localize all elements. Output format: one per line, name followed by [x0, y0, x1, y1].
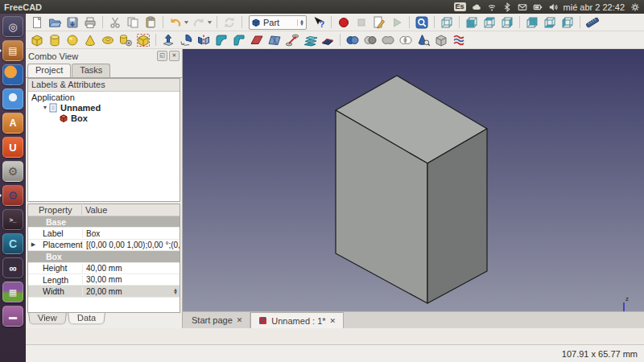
copy-button[interactable] [125, 14, 141, 31]
view-bottom-button[interactable] [542, 14, 558, 31]
view-left-button[interactable] [559, 14, 576, 31]
new-document-button[interactable] [29, 14, 45, 31]
launcher-item-system-settings[interactable]: ⚙ [2, 161, 23, 182]
tab-tasks[interactable]: Tasks [72, 64, 110, 77]
whats-this-button[interactable]: ? [311, 14, 327, 31]
part-shapebuilder-button[interactable] [135, 32, 151, 48]
tree-item-application[interactable]: Application [28, 92, 180, 102]
launcher-item-ubuntu-one[interactable]: U [2, 137, 23, 158]
tab-view[interactable]: View [28, 313, 66, 324]
macro-edit-button[interactable] [371, 14, 387, 31]
part-section-button[interactable] [320, 32, 336, 48]
dropdown-caret-icon[interactable] [184, 19, 189, 25]
launcher-item-freecad[interactable]: ⚙ [2, 185, 23, 206]
measure-distance-button[interactable] [584, 14, 601, 31]
part-boolean-button[interactable] [345, 32, 361, 48]
cut-button[interactable] [107, 14, 123, 31]
macro-stop-button[interactable] [353, 14, 369, 31]
launcher-item-purple-app[interactable]: ▬ [2, 306, 23, 327]
launcher-item-chromium[interactable] [2, 88, 23, 109]
volume-icon[interactable] [548, 2, 558, 12]
part-extrude-button[interactable] [160, 32, 176, 48]
view-front-button[interactable] [464, 14, 480, 31]
undo-button[interactable] [167, 14, 184, 31]
tab-project[interactable]: Project [27, 64, 71, 77]
launcher-item-arduino[interactable]: ∞ [2, 257, 23, 278]
tab-data[interactable]: Data [68, 313, 105, 324]
part-cylinder-button[interactable] [47, 32, 63, 48]
document-tab-unnamed-1-[interactable]: Unnamed : 1*✕ [250, 312, 344, 328]
property-row-width[interactable]: Width20,00 mm▲▼ [28, 286, 180, 297]
part-cone-button[interactable] [82, 32, 98, 48]
macro-record-button[interactable] [336, 14, 352, 31]
part-ruledsurface-button[interactable] [266, 32, 283, 48]
save-document-button[interactable] [64, 14, 80, 31]
refresh-button[interactable] [221, 14, 237, 31]
part-sweep-button[interactable] [302, 32, 318, 48]
launcher-item-file-manager[interactable]: ▤ [2, 40, 23, 61]
property-value[interactable]: 40,00 mm [82, 264, 180, 273]
part-thickness-button[interactable] [451, 32, 467, 48]
part-makeface-button[interactable] [249, 32, 265, 48]
mail-icon[interactable] [518, 2, 527, 12]
expander-icon[interactable]: ▼ [41, 105, 49, 110]
part-checkgeometry-button[interactable] [415, 32, 431, 48]
view-top-button[interactable] [481, 14, 497, 31]
property-row-placement[interactable]: ▶Placement[(0,00 0,00 1,00);0,00 °;(0,0.… [28, 240, 180, 251]
dropdown-caret-icon[interactable] [207, 19, 213, 25]
launcher-item-terminal[interactable]: >_ [2, 209, 23, 230]
3d-viewport[interactable]: z y x [183, 49, 644, 311]
part-union-button[interactable] [380, 32, 396, 48]
property-value[interactable]: Box [82, 229, 180, 238]
workbench-selector[interactable]: Part▲▼ [249, 15, 307, 30]
part-primitives-button[interactable] [118, 32, 134, 48]
tree-item-unnamed[interactable]: ▼Unnamed [28, 102, 180, 113]
spinner-arrows-icon[interactable]: ▲▼ [173, 288, 180, 294]
close-panel-icon[interactable]: ✕ [169, 51, 180, 61]
launcher-item-firefox[interactable] [2, 64, 23, 85]
print-button[interactable] [82, 14, 98, 31]
part-box-button[interactable] [29, 32, 45, 48]
property-value[interactable]: 20,00 mm▲▼ [82, 287, 180, 296]
tree-item-box[interactable]: Box [28, 113, 180, 123]
launcher-item-media-app[interactable]: ▦ [2, 282, 23, 302]
view-rear-button[interactable] [524, 14, 540, 31]
redo-button[interactable] [191, 14, 207, 31]
property-value[interactable]: 30,00 mm [82, 275, 180, 284]
cloud-icon[interactable] [472, 2, 481, 12]
close-tab-icon[interactable]: ✕ [330, 317, 336, 325]
macro-play-button[interactable] [389, 14, 405, 31]
part-common-button[interactable] [398, 32, 414, 48]
part-revolve-button[interactable] [178, 32, 194, 48]
property-row-height[interactable]: Height40,00 mm [28, 263, 180, 274]
part-sphere-button[interactable] [64, 32, 80, 48]
wifi-icon[interactable] [487, 2, 497, 12]
keyboard-layout-indicator[interactable]: Es [454, 2, 466, 11]
expander-icon[interactable]: ▶ [28, 241, 39, 248]
property-value[interactable]: [(0,00 0,00 1,00);0,00 °;(0,0... [82, 241, 180, 249]
spinner-arrows-icon[interactable]: ▲▼ [297, 19, 304, 26]
launcher-item-software-center[interactable]: A [2, 113, 23, 134]
open-document-button[interactable] [47, 14, 63, 31]
part-chamfer-button[interactable] [231, 32, 247, 48]
view-axonometric-button[interactable] [439, 14, 455, 31]
fit-all-button[interactable] [414, 14, 430, 31]
document-tab-start-page[interactable]: Start page✕ [184, 312, 250, 328]
float-panel-icon[interactable]: ◱ [157, 51, 167, 61]
property-row-label[interactable]: LabelBox [28, 228, 180, 239]
part-defeaturing-button[interactable] [433, 32, 449, 48]
session-gear-icon[interactable] [630, 2, 640, 12]
battery-icon[interactable] [533, 2, 543, 12]
launcher-item-dash-home[interactable]: ◎ [2, 16, 23, 37]
clock[interactable]: mié abr 2 22:42 [564, 2, 625, 12]
property-row-length[interactable]: Length30,00 mm [28, 274, 180, 286]
close-tab-icon[interactable]: ✕ [237, 316, 243, 324]
part-cut-button[interactable] [362, 32, 378, 48]
bluetooth-icon[interactable] [502, 2, 512, 12]
part-torus-button[interactable] [100, 32, 116, 48]
paste-button[interactable] [142, 14, 159, 31]
part-fillet-button[interactable] [213, 32, 229, 48]
part-loft-button[interactable] [284, 32, 300, 48]
view-right-button[interactable] [499, 14, 515, 31]
launcher-item-c-ide[interactable]: C [2, 233, 23, 254]
